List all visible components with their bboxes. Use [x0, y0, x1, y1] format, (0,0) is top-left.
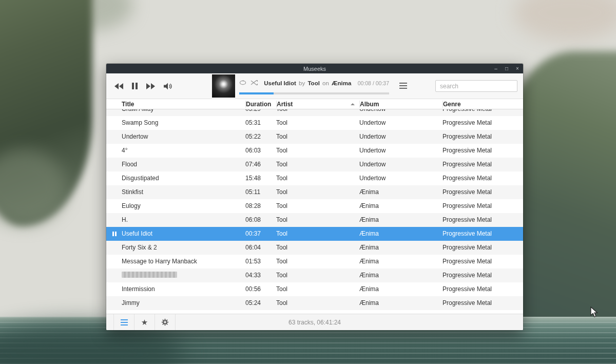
window-title: Museeks — [106, 66, 523, 72]
track-row[interactable]: Forty Six & 2 06:04 Tool Ænima Progressi… — [106, 241, 523, 255]
track-row-indicator — [106, 130, 122, 144]
playlists-view-button[interactable]: ★ — [134, 314, 155, 330]
track-row[interactable]: Useful Idiot 00:37 Tool Ænima Progressiv… — [106, 227, 523, 241]
track-row-indicator — [106, 171, 122, 185]
column-header-title[interactable]: Title — [122, 101, 245, 108]
track-row[interactable]: Swamp Song 05:31 Tool Undertow Progressi… — [106, 116, 523, 130]
track-title: Message to Harry Manback — [122, 255, 245, 269]
track-row[interactable]: Jimmy 05:24 Tool Ænima Progressive Metal — [106, 296, 523, 310]
repeat-icon[interactable] — [239, 80, 246, 87]
track-title: Stinkfist — [122, 185, 245, 199]
track-genre: Progressive Metal — [442, 185, 523, 199]
track-duration: 00:56 — [245, 282, 276, 296]
track-artist: Tool — [276, 130, 359, 144]
track-artist: Tool — [276, 213, 359, 227]
track-row[interactable]: 4° 06:03 Tool Undertow Progressive Metal — [106, 144, 523, 158]
settings-button[interactable] — [155, 314, 176, 330]
track-row[interactable]: Undertow 05:22 Tool Undertow Progressive… — [106, 130, 523, 144]
track-title: Undertow — [122, 130, 245, 144]
minimize-button[interactable]: – — [493, 66, 499, 71]
track-genre: Progressive Metal — [442, 130, 523, 144]
track-row[interactable]: Disgustipated 15:48 Tool Undertow Progre… — [106, 171, 523, 185]
track-genre: Progressive Metal — [442, 213, 523, 227]
track-genre: Progressive Metal — [442, 269, 523, 282]
track-row-indicator — [106, 241, 122, 255]
track-genre: Progressive Metal — [442, 282, 523, 296]
track-genre: Progressive Metal — [442, 227, 523, 241]
track-row-indicator — [106, 144, 122, 158]
track-album: Undertow — [359, 171, 442, 185]
title-bar[interactable]: Museeks – □ × — [106, 64, 523, 73]
track-row[interactable]: Intermission 00:56 Tool Ænima Progressiv… — [106, 282, 523, 296]
track-duration: 07:46 — [245, 158, 276, 171]
track-row[interactable]: H. 06:08 Tool Ænima Progressive Metal — [106, 213, 523, 227]
track-row[interactable]: Eulogy 08:28 Tool Ænima Progressive Meta… — [106, 199, 523, 213]
track-artist: Tool — [276, 158, 359, 171]
playback-mode-icons — [239, 80, 258, 87]
seek-bar[interactable] — [239, 92, 389, 94]
column-header-artist-label: Artist — [277, 101, 293, 108]
gear-icon — [161, 318, 169, 326]
track-album: Undertow — [359, 144, 442, 158]
track-artist: Tool — [276, 241, 359, 255]
track-album: Undertow — [359, 130, 442, 144]
track-title — [122, 269, 245, 282]
track-album: Undertow — [359, 109, 442, 116]
track-artist: Tool — [276, 144, 359, 158]
progress-fill — [239, 92, 274, 94]
previous-button[interactable] — [114, 83, 123, 89]
column-header-artist[interactable]: Artist — [276, 101, 359, 108]
sort-ascending-icon — [351, 103, 355, 105]
track-genre: Progressive Metal — [442, 109, 523, 116]
now-playing-album: Ænima — [332, 80, 351, 86]
track-duration: 06:03 — [245, 144, 276, 158]
column-header-genre[interactable]: Genre — [442, 101, 523, 108]
track-row[interactable]: Message to Harry Manback 01:53 Tool Ænim… — [106, 255, 523, 269]
track-genre: Progressive Metal — [442, 199, 523, 213]
track-duration: 06:08 — [245, 213, 276, 227]
track-artist: Tool — [276, 171, 359, 185]
track-row-indicator — [106, 282, 122, 296]
table-header: Title Duration Artist Album Genre — [106, 99, 523, 109]
track-duration: 05:31 — [245, 116, 276, 130]
track-title: Eulogy — [122, 199, 245, 213]
now-playing-text: Useful Idiot by Tool on Ænima — [261, 80, 355, 86]
window-controls: – □ × — [493, 64, 521, 73]
track-album: Ænima — [359, 213, 442, 227]
volume-button[interactable] — [164, 83, 172, 90]
library-view-button[interactable] — [113, 314, 134, 330]
playback-time: 00:08 / 00:37 — [358, 80, 389, 86]
close-button[interactable]: × — [514, 66, 521, 71]
column-header-album[interactable]: Album — [359, 101, 442, 108]
track-genre: Progressive Metal — [442, 171, 523, 185]
next-button[interactable] — [146, 83, 155, 89]
track-album: Ænima — [359, 241, 442, 255]
track-duration: 05:24 — [245, 296, 276, 310]
queue-button[interactable] — [399, 83, 407, 90]
track-row[interactable]: 04:33 Tool Ænima Progressive Metal — [106, 269, 523, 282]
track-album: Ænima — [359, 282, 442, 296]
player-info-panel: Useful Idiot by Tool on Ænima 00:08 / 00… — [239, 78, 389, 94]
track-artist: Tool — [276, 109, 359, 116]
track-album: Ænima — [359, 296, 442, 310]
track-row[interactable]: Stinkfist 05:11 Tool Ænima Progressive M… — [106, 185, 523, 199]
playback-controls — [114, 73, 172, 99]
shuffle-icon[interactable] — [251, 80, 258, 87]
track-artist: Tool — [276, 116, 359, 130]
track-list: Crawl Away 05:29 Tool Undertow Progressi… — [106, 109, 523, 314]
track-artist: Tool — [276, 282, 359, 296]
track-row[interactable]: Crawl Away 05:29 Tool Undertow Progressi… — [106, 109, 523, 116]
track-row[interactable]: Flood 07:46 Tool Undertow Progressive Me… — [106, 158, 523, 171]
search-input[interactable] — [435, 80, 517, 92]
track-duration: 04:33 — [245, 269, 276, 282]
track-title: Crawl Away — [122, 109, 245, 116]
column-header-duration[interactable]: Duration — [245, 101, 276, 108]
now-playing-by: by — [299, 80, 305, 86]
maximize-button[interactable]: □ — [504, 66, 510, 71]
track-title: Disgustipated — [122, 171, 245, 185]
now-playing-title: Useful Idiot — [264, 80, 296, 86]
track-row-indicator — [106, 213, 122, 227]
pause-button[interactable] — [132, 83, 138, 89]
track-genre: Progressive Metal — [442, 296, 523, 310]
track-genre: Progressive Metal — [442, 241, 523, 255]
